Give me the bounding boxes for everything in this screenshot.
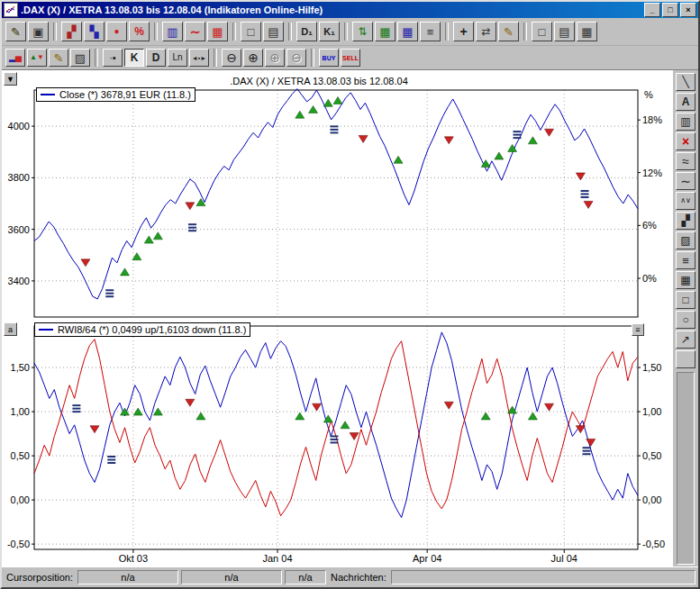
stop-marker: [514, 134, 522, 136]
percent-scale-button[interactable]: %: [129, 22, 150, 41]
price-pane-frame: [34, 90, 638, 317]
signal-triangles-button[interactable]: ▲▼: [27, 49, 47, 67]
wave-tool-button[interactable]: ≈: [676, 152, 695, 170]
drawing-toolbar: ╲A▥×≈∼∧∨▞▨≡▦□○↗: [672, 70, 698, 566]
x-axis-label: Jan 04: [262, 553, 292, 564]
news-label: Nachrichten:: [329, 572, 388, 583]
print-button[interactable]: ▤: [263, 22, 284, 41]
channel-tool-button[interactable]: ▞: [676, 212, 695, 230]
weekly-period-button[interactable]: K₁: [319, 22, 340, 41]
y-axis-label: -0,50: [7, 539, 30, 549]
zoom-reset-button[interactable]: ⊖: [286, 49, 306, 67]
buy-signal-marker: [295, 111, 305, 118]
mark-signal-button[interactable]: ●: [106, 22, 127, 41]
toolbar-scroll-track[interactable]: [677, 372, 695, 565]
indicator-pane-button[interactable]: a: [4, 322, 17, 336]
sell-signal-marker: [444, 402, 453, 409]
buy-signal-marker: [121, 268, 130, 276]
scroll-arrows-button[interactable]: ◄▪►: [189, 49, 209, 67]
rwi-down-line: [34, 340, 638, 516]
fibonacci-tool-button[interactable]: ≡: [676, 251, 695, 269]
style-colors-button[interactable]: ▞: [61, 22, 82, 41]
stop-marker: [107, 456, 115, 458]
stop-marker: [72, 408, 80, 410]
screen-layout-button[interactable]: □: [241, 22, 261, 41]
toolbar-separator: [288, 23, 292, 41]
bars-pattern-tool-button[interactable]: ▥: [676, 113, 695, 131]
buy-signal-marker: [132, 253, 141, 260]
pane-menu-button[interactable]: ≡: [632, 323, 644, 336]
notes-page-button[interactable]: □: [532, 22, 552, 41]
y-axis-label-right: 0,50: [642, 450, 661, 461]
sheet-page-button[interactable]: ▦: [577, 22, 597, 41]
crosshair-button[interactable]: +: [453, 22, 474, 41]
ellipse-tool-button[interactable]: ○: [676, 311, 695, 329]
x-axis-label: Jul 04: [551, 553, 577, 564]
delete-drawing-tool-button[interactable]: ×: [676, 132, 695, 150]
grid-tool-button[interactable]: ▦: [676, 271, 695, 289]
minimize-button[interactable]: _: [644, 3, 660, 17]
buy-signal-marker: [528, 137, 537, 144]
cursor-y-field: n/a: [181, 570, 282, 584]
bar-chart-button[interactable]: ▥: [162, 22, 183, 41]
stop-marker: [72, 404, 80, 406]
price-legend[interactable]: Close (*) 3678,91 EUR (11.8.): [36, 87, 195, 102]
buy-signal-marker: [528, 412, 537, 420]
line-width-button[interactable]: ·▪: [103, 49, 123, 67]
buy-signal-marker: [481, 160, 490, 168]
buy-signal-marker: [495, 152, 504, 159]
quote-table-button[interactable]: ▦: [397, 22, 418, 41]
line-width-button-glyph: ▪: [113, 53, 116, 63]
zoom-in-button[interactable]: ⊕: [243, 49, 263, 67]
stop-marker: [330, 439, 338, 440]
toolbar-separator: [344, 23, 348, 41]
toolbar-separator: [523, 23, 527, 41]
log-scale-button[interactable]: Ln: [168, 49, 187, 67]
line-chart-button[interactable]: ∼: [185, 22, 205, 41]
stop-marker: [188, 227, 196, 229]
regression-tool-button[interactable]: ▨: [676, 231, 695, 249]
zoom-out-button[interactable]: ⊖: [222, 49, 241, 67]
sell-button[interactable]: SELL: [341, 49, 360, 67]
chart-properties-button[interactable]: ▨: [70, 49, 90, 67]
close-button[interactable]: ×: [680, 3, 696, 17]
cursor-value-field: n/a: [285, 570, 326, 584]
zigzag-tool-button[interactable]: ∧∨: [676, 192, 695, 210]
stop-marker: [188, 223, 196, 225]
draw-button[interactable]: ✎: [498, 22, 519, 41]
trendline-tool-button[interactable]: ╲: [676, 73, 695, 91]
copy-chart-button[interactable]: ▣: [28, 22, 49, 41]
blank-tool-button[interactable]: [676, 350, 695, 368]
percent-unit-label: %: [644, 89, 653, 100]
arrow-tool-button[interactable]: ↗: [676, 331, 695, 349]
pane-scroll-button[interactable]: ▼: [4, 72, 17, 86]
daily-period-button[interactable]: D₁: [296, 22, 317, 41]
report-page-button[interactable]: ▤: [554, 22, 575, 41]
sell-signal-marker: [545, 129, 554, 136]
y-axis-label-right: -0,50: [642, 539, 665, 549]
maximize-button[interactable]: □: [662, 3, 678, 17]
app-window: .DAX (X) / XETRA 13.08.03 bis 12.08.04 (…: [0, 0, 700, 589]
sort-signals-button[interactable]: ⇅: [352, 22, 373, 41]
list-button[interactable]: ≡: [420, 22, 441, 41]
chart-canvas[interactable]: Okt 03Jan 04Apr 04Jul 044000380036003400…: [2, 70, 672, 566]
style-candles-button[interactable]: ▚: [84, 22, 105, 41]
chart-area[interactable]: .DAX (X) / XETRA 13.08.03 bis 12.08.04 ▼…: [2, 70, 672, 566]
titlebar[interactable]: .DAX (X) / XETRA 13.08.03 bis 12.08.04 (…: [2, 2, 698, 18]
grid-button[interactable]: ▦: [375, 22, 395, 41]
draw-pencil-button[interactable]: ✎: [49, 49, 68, 67]
table-view-button[interactable]: ▦: [207, 22, 228, 41]
rectangle-tool-button[interactable]: □: [676, 291, 695, 309]
mini-chart-button[interactable]: ▂▅: [5, 49, 25, 67]
zoom-window-button[interactable]: ⊕: [265, 49, 285, 67]
sell-signal-marker: [186, 399, 195, 406]
sell-signal-marker: [584, 201, 593, 208]
candle-mode-button[interactable]: K: [124, 49, 144, 67]
indicator-legend[interactable]: RWI8/64 (*) 0,0499 up/1,6103 down (11.8.…: [34, 322, 250, 337]
buy-button[interactable]: BUY: [319, 49, 339, 67]
edit-chart-button[interactable]: ✎: [5, 22, 26, 41]
text-tool-button[interactable]: A: [676, 93, 695, 111]
pan-button[interactable]: ⇄: [476, 22, 496, 41]
sine-tool-button[interactable]: ∼: [676, 172, 695, 190]
daily-mode-button[interactable]: D: [146, 49, 166, 67]
